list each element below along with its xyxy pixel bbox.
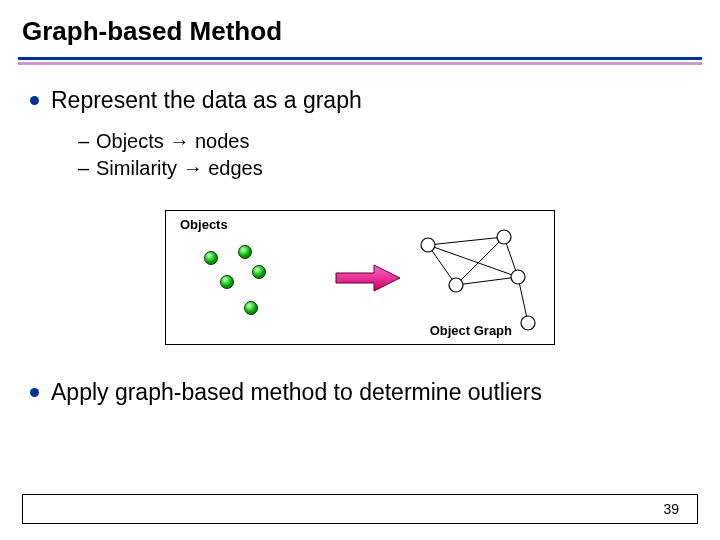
sub-bullet-1: – Objects → nodes [78,130,690,153]
bullet-dot-icon [30,96,39,105]
svg-point-12 [521,316,535,330]
diagram: Objects Object Graph [165,210,555,345]
title-divider [18,57,702,65]
sub-bullet-1-text: Objects → nodes [96,130,249,153]
object-node-icon [244,301,258,315]
content-area: Represent the data as a graph – Objects … [0,65,720,345]
svg-line-4 [456,237,504,285]
diagram-box: Objects Object Graph [165,210,555,345]
sub2-target: edges [208,157,263,179]
slide-title: Graph-based Method [0,0,720,57]
object-node-icon [220,275,234,289]
arrow-right-icon: → [183,157,203,179]
svg-point-8 [421,238,435,252]
svg-point-11 [511,270,525,284]
bullet-1-text: Represent the data as a graph [51,87,362,114]
sub2-label: Similarity [96,157,177,179]
svg-line-6 [456,277,518,285]
dash-icon: – [78,130,96,153]
svg-point-9 [497,230,511,244]
svg-marker-0 [336,265,400,291]
svg-point-10 [449,278,463,292]
svg-line-3 [428,245,518,277]
sub-bullet-list: – Objects → nodes – Similarity → edges [30,120,690,180]
bullet-2-text: Apply graph-based method to determine ou… [51,379,542,406]
objects-cluster [186,239,326,334]
bullet-2: Apply graph-based method to determine ou… [30,379,720,406]
sub-bullet-2: – Similarity → edges [78,157,690,180]
sub1-target: nodes [195,130,250,152]
dash-icon: – [78,157,96,180]
sub1-label: Objects [96,130,164,152]
footer-bar: 39 [22,494,698,524]
svg-line-1 [428,237,504,245]
objects-label: Objects [180,217,228,232]
transform-arrow-icon [334,263,404,293]
page-number: 39 [663,501,679,517]
object-graph-diagram [406,227,546,339]
object-node-icon [238,245,252,259]
object-node-icon [252,265,266,279]
object-node-icon [204,251,218,265]
sub-bullet-2-text: Similarity → edges [96,157,263,180]
arrow-right-icon: → [169,130,189,152]
bullet-1: Represent the data as a graph [30,87,690,114]
bullet-2-wrap: Apply graph-based method to determine ou… [0,379,720,406]
bullet-dot-icon [30,388,39,397]
